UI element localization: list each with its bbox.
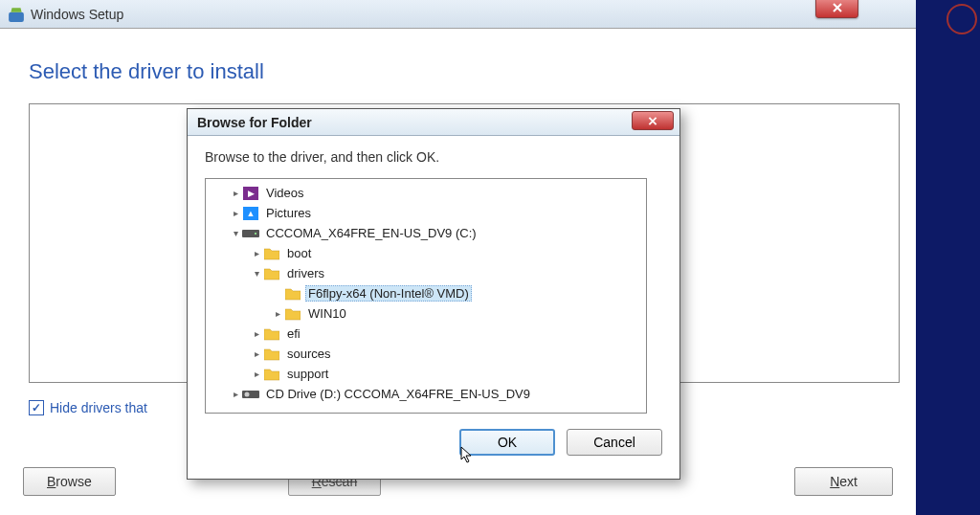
tree-node-label: sources [284, 346, 334, 362]
tree-row[interactable]: ▾CCCOMA_X64FRE_EN-US_DV9 (C:) [210, 223, 642, 243]
ok-button[interactable]: OK [459, 429, 555, 456]
record-indicator-icon [947, 4, 977, 34]
svg-rect-0 [9, 11, 24, 21]
expander-icon[interactable]: ▸ [271, 308, 284, 319]
setup-icon [8, 6, 25, 23]
folder-icon [263, 367, 280, 382]
tree-node-label: WIN10 [305, 305, 349, 322]
browse-button[interactable]: Browse [23, 467, 116, 496]
dialog-title: Browse for Folder [197, 115, 312, 130]
dialog-buttons: OK Cancel [205, 429, 662, 456]
tree-node-label: efi [284, 325, 303, 342]
tree-row[interactable]: F6flpy-x64 (Non-Intel® VMD) [210, 283, 642, 303]
videos-icon: ▶ [242, 186, 259, 201]
window-title: Windows Setup [31, 7, 123, 22]
expander-icon[interactable]: ▸ [229, 188, 242, 198]
tree-node-label: Pictures [263, 205, 314, 221]
next-button[interactable]: Next [794, 467, 893, 496]
expander-icon[interactable]: ▸ [250, 328, 263, 339]
folder-icon [284, 306, 301, 322]
svg-rect-1 [242, 230, 259, 237]
pictures-icon: ▲ [242, 206, 259, 221]
expander-icon[interactable]: ▸ [229, 389, 242, 399]
expander-icon[interactable]: ▸ [229, 208, 242, 218]
tree-node-label: CD Drive (D:) CCCOMA_X64FRE_EN-US_DV9 [263, 386, 533, 402]
dialog-close-button[interactable] [632, 111, 674, 130]
expander-icon[interactable]: ▾ [250, 268, 263, 279]
folder-icon [263, 266, 280, 281]
tree-node-label: CCCOMA_X64FRE_EN-US_DV9 (C:) [263, 225, 479, 241]
tree-row[interactable]: ▸CD Drive (D:) CCCOMA_X64FRE_EN-US_DV9 [210, 384, 642, 404]
tree-row[interactable]: ▾drivers [210, 263, 642, 283]
svg-point-2 [255, 233, 256, 235]
hide-drivers-label: Hide drivers that [50, 400, 147, 415]
window-close-button[interactable] [815, 0, 858, 18]
browse-folder-dialog: Browse for Folder Browse to the driver, … [187, 108, 680, 480]
expander-icon[interactable]: ▾ [229, 228, 242, 238]
folder-icon [263, 347, 280, 362]
tree-row[interactable]: ▸sources [210, 344, 642, 364]
cd-drive-icon [242, 387, 259, 402]
dialog-body: Browse to the driver, and then click OK.… [188, 136, 679, 469]
tree-node-label: boot [284, 245, 314, 261]
tree-row[interactable]: ▸WIN10 [210, 303, 642, 324]
hide-drivers-checkbox[interactable]: ✓ [29, 400, 44, 415]
expander-icon[interactable]: ▸ [250, 369, 263, 379]
tree-node-label: F6flpy-x64 (Non-Intel® VMD) [305, 285, 472, 302]
expander-icon[interactable]: ▸ [250, 248, 263, 258]
tree-row[interactable]: ▸efi [210, 324, 642, 344]
folder-icon [284, 286, 301, 302]
tree-row[interactable]: ▸▶Videos [210, 183, 642, 203]
expander-icon[interactable]: ▸ [250, 348, 263, 359]
tree-node-label: support [284, 366, 331, 382]
folder-icon [263, 246, 280, 261]
tree-row[interactable]: ▸▲Pictures [210, 203, 642, 223]
tree-node-label: Videos [263, 185, 307, 201]
svg-point-4 [245, 392, 250, 396]
tree-row[interactable]: ▸support [210, 364, 642, 384]
title-bar: Windows Setup [0, 0, 916, 29]
cancel-button[interactable]: Cancel [567, 429, 662, 456]
dialog-title-bar: Browse for Folder [188, 109, 679, 136]
dialog-instruction: Browse to the driver, and then click OK. [205, 149, 662, 165]
page-heading: Select the driver to install [29, 59, 887, 84]
folder-tree[interactable]: ▸▶Videos▸▲Pictures▾CCCOMA_X64FRE_EN-US_D… [205, 178, 647, 414]
tree-row[interactable]: ▸boot [210, 243, 642, 263]
drive-icon [242, 226, 259, 241]
tree-node-label: drivers [284, 265, 327, 281]
folder-icon [263, 326, 280, 342]
